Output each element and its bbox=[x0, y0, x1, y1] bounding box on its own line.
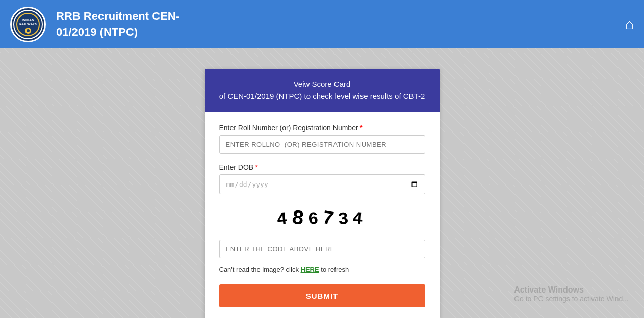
captcha-digit-6: 4 bbox=[352, 209, 368, 229]
captcha-input[interactable] bbox=[219, 240, 425, 258]
logo: INDIAN RAILWAYS bbox=[10, 7, 46, 42]
roll-label: Enter Roll Number (or) Registration Numb… bbox=[219, 124, 425, 132]
dob-input[interactable] bbox=[219, 174, 425, 194]
refresh-row: Can't read the image? click HERE to refr… bbox=[219, 266, 425, 273]
svg-text:RAILWAYS: RAILWAYS bbox=[19, 22, 37, 26]
form-header: Veiw Score Card of CEN-01/2019 (NTPC) to… bbox=[205, 69, 440, 112]
svg-text:INDIAN: INDIAN bbox=[22, 18, 34, 22]
roll-number-input[interactable] bbox=[219, 135, 425, 154]
header: INDIAN RAILWAYS RRB Recruitment CEN- 01/… bbox=[0, 0, 644, 48]
svg-point-5 bbox=[27, 29, 30, 32]
captcha-digit-2: 8 bbox=[290, 206, 310, 231]
captcha-image: 4 8 6 7 3 4 bbox=[219, 203, 425, 234]
captcha-digit-5: 3 bbox=[337, 208, 353, 229]
form-card: Veiw Score Card of CEN-01/2019 (NTPC) to… bbox=[205, 69, 440, 318]
form-header-line1: Veiw Score Card bbox=[215, 78, 429, 90]
dob-label: Enter DOB* bbox=[219, 163, 425, 171]
form-header-line2: of CEN-01/2019 (NTPC) to check level wis… bbox=[215, 90, 429, 102]
page-background: Veiw Score Card of CEN-01/2019 (NTPC) to… bbox=[0, 48, 644, 318]
page-title: RRB Recruitment CEN- 01/2019 (NTPC) bbox=[56, 9, 179, 40]
captcha-digit-1: 4 bbox=[276, 208, 293, 229]
submit-button[interactable]: SUBMIT bbox=[219, 284, 425, 307]
form-body: Enter Roll Number (or) Registration Numb… bbox=[205, 112, 440, 318]
home-icon[interactable]: ⌂ bbox=[625, 16, 634, 33]
refresh-link[interactable]: HERE bbox=[301, 266, 319, 273]
